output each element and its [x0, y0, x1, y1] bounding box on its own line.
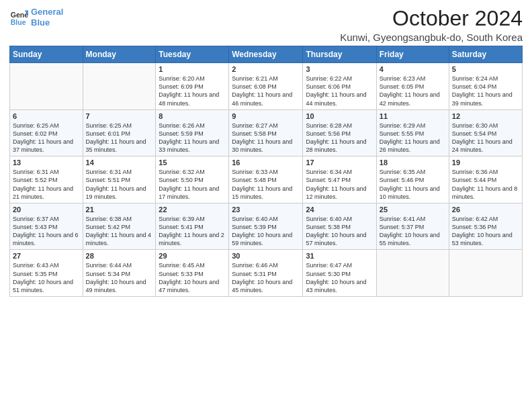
calendar-cell: 21Sunrise: 6:38 AMSunset: 5:42 PMDayligh… [83, 203, 156, 250]
calendar-cell: 24Sunrise: 6:40 AMSunset: 5:38 PMDayligh… [303, 203, 376, 250]
calendar-cell [83, 63, 156, 110]
calendar-cell: 1Sunrise: 6:20 AMSunset: 6:09 PMDaylight… [156, 63, 229, 110]
main-title: October 2024 [340, 7, 523, 30]
calendar-cell: 11Sunrise: 6:29 AMSunset: 5:55 PMDayligh… [376, 109, 449, 156]
day-number: 6 [13, 112, 80, 120]
day-number: 31 [306, 252, 373, 260]
day-info: Sunrise: 6:25 AMSunset: 6:01 PMDaylight:… [86, 122, 153, 154]
day-number: 21 [86, 205, 153, 214]
calendar-cell: 17Sunrise: 6:34 AMSunset: 5:47 PMDayligh… [303, 156, 376, 203]
page: General Blue GeneralBlue October 2024 Ku… [0, 0, 532, 411]
day-number: 22 [159, 205, 226, 214]
calendar-cell: 9Sunrise: 6:27 AMSunset: 5:58 PMDaylight… [229, 109, 303, 156]
day-number: 9 [232, 112, 300, 120]
day-number: 18 [380, 158, 446, 167]
day-info: Sunrise: 6:45 AMSunset: 5:33 PMDaylight:… [159, 261, 226, 294]
calendar-week-2: 6Sunrise: 6:25 AMSunset: 6:02 PMDaylight… [10, 109, 523, 156]
day-info: Sunrise: 6:43 AMSunset: 5:35 PMDaylight:… [13, 261, 80, 294]
calendar-table: SundayMondayTuesdayWednesdayThursdayFrid… [9, 46, 523, 297]
day-info: Sunrise: 6:41 AMSunset: 5:37 PMDaylight:… [380, 215, 446, 248]
day-info: Sunrise: 6:31 AMSunset: 5:52 PMDaylight:… [13, 168, 80, 201]
day-number: 4 [380, 65, 446, 73]
calendar-cell: 13Sunrise: 6:31 AMSunset: 5:52 PMDayligh… [10, 156, 83, 203]
day-number: 17 [306, 158, 373, 167]
day-number: 12 [452, 112, 519, 120]
day-number: 8 [159, 112, 226, 120]
day-number: 26 [452, 205, 519, 214]
calendar-cell: 7Sunrise: 6:25 AMSunset: 6:01 PMDaylight… [83, 109, 156, 156]
calendar-week-4: 20Sunrise: 6:37 AMSunset: 5:43 PMDayligh… [10, 203, 523, 250]
calendar-cell: 31Sunrise: 6:47 AMSunset: 5:30 PMDayligh… [303, 250, 376, 297]
day-info: Sunrise: 6:33 AMSunset: 5:48 PMDaylight:… [232, 168, 300, 201]
day-number: 24 [306, 205, 373, 214]
logo-text: GeneralBlue [31, 7, 63, 28]
day-number: 11 [380, 112, 446, 120]
calendar-cell: 18Sunrise: 6:35 AMSunset: 5:46 PMDayligh… [376, 156, 449, 203]
calendar-cell: 25Sunrise: 6:41 AMSunset: 5:37 PMDayligh… [376, 203, 449, 250]
day-info: Sunrise: 6:37 AMSunset: 5:43 PMDaylight:… [13, 215, 80, 248]
day-number: 7 [86, 112, 153, 120]
day-number: 15 [159, 158, 226, 167]
day-info: Sunrise: 6:28 AMSunset: 5:56 PMDaylight:… [306, 122, 373, 154]
calendar-cell: 3Sunrise: 6:22 AMSunset: 6:06 PMDaylight… [303, 63, 376, 110]
day-number: 29 [159, 252, 226, 260]
logo-icon: General Blue [9, 8, 28, 27]
calendar-cell: 30Sunrise: 6:46 AMSunset: 5:31 PMDayligh… [229, 250, 303, 297]
day-number: 10 [306, 112, 373, 120]
day-number: 19 [452, 158, 519, 167]
day-info: Sunrise: 6:40 AMSunset: 5:39 PMDaylight:… [232, 215, 300, 248]
day-info: Sunrise: 6:25 AMSunset: 6:02 PMDaylight:… [13, 122, 80, 154]
day-info: Sunrise: 6:23 AMSunset: 6:05 PMDaylight:… [380, 75, 446, 107]
title-block: October 2024 Kunwi, Gyeongsangbuk-do, So… [340, 7, 523, 43]
calendar-cell [449, 250, 522, 297]
calendar-cell: 12Sunrise: 6:30 AMSunset: 5:54 PMDayligh… [449, 109, 522, 156]
subtitle: Kunwi, Gyeongsangbuk-do, South Korea [340, 32, 523, 43]
day-info: Sunrise: 6:35 AMSunset: 5:46 PMDaylight:… [380, 168, 446, 201]
day-info: Sunrise: 6:24 AMSunset: 6:04 PMDaylight:… [452, 75, 519, 107]
day-info: Sunrise: 6:32 AMSunset: 5:50 PMDaylight:… [159, 168, 226, 201]
weekday-header-wednesday: Wednesday [229, 46, 303, 63]
day-info: Sunrise: 6:36 AMSunset: 5:44 PMDaylight:… [452, 168, 519, 201]
day-info: Sunrise: 6:47 AMSunset: 5:30 PMDaylight:… [306, 261, 373, 294]
calendar-cell: 20Sunrise: 6:37 AMSunset: 5:43 PMDayligh… [10, 203, 83, 250]
day-info: Sunrise: 6:31 AMSunset: 5:51 PMDaylight:… [86, 168, 153, 201]
calendar-week-1: 1Sunrise: 6:20 AMSunset: 6:09 PMDaylight… [10, 63, 523, 110]
day-info: Sunrise: 6:26 AMSunset: 5:59 PMDaylight:… [159, 122, 226, 154]
day-info: Sunrise: 6:29 AMSunset: 5:55 PMDaylight:… [380, 122, 446, 154]
weekday-header-thursday: Thursday [303, 46, 376, 63]
day-number: 28 [86, 252, 153, 260]
day-number: 13 [13, 158, 80, 167]
day-info: Sunrise: 6:38 AMSunset: 5:42 PMDaylight:… [86, 215, 153, 248]
day-info: Sunrise: 6:27 AMSunset: 5:58 PMDaylight:… [232, 122, 300, 154]
day-number: 30 [232, 252, 300, 260]
calendar-cell: 27Sunrise: 6:43 AMSunset: 5:35 PMDayligh… [10, 250, 83, 297]
day-info: Sunrise: 6:22 AMSunset: 6:06 PMDaylight:… [306, 75, 373, 107]
day-info: Sunrise: 6:21 AMSunset: 6:08 PMDaylight:… [232, 75, 300, 107]
day-number: 23 [232, 205, 300, 214]
calendar-week-5: 27Sunrise: 6:43 AMSunset: 5:35 PMDayligh… [10, 250, 523, 297]
calendar-week-3: 13Sunrise: 6:31 AMSunset: 5:52 PMDayligh… [10, 156, 523, 203]
day-number: 20 [13, 205, 80, 214]
weekday-header-saturday: Saturday [449, 46, 522, 63]
calendar-cell: 15Sunrise: 6:32 AMSunset: 5:50 PMDayligh… [156, 156, 229, 203]
day-number: 1 [159, 65, 226, 73]
day-info: Sunrise: 6:44 AMSunset: 5:34 PMDaylight:… [86, 261, 153, 294]
calendar-cell: 8Sunrise: 6:26 AMSunset: 5:59 PMDaylight… [156, 109, 229, 156]
day-info: Sunrise: 6:40 AMSunset: 5:38 PMDaylight:… [306, 215, 373, 248]
day-number: 16 [232, 158, 300, 167]
calendar-cell: 16Sunrise: 6:33 AMSunset: 5:48 PMDayligh… [229, 156, 303, 203]
header: General Blue GeneralBlue October 2024 Ku… [9, 7, 523, 43]
calendar-cell: 29Sunrise: 6:45 AMSunset: 5:33 PMDayligh… [156, 250, 229, 297]
weekday-header-monday: Monday [83, 46, 156, 63]
day-number: 25 [380, 205, 446, 214]
calendar-header-row: SundayMondayTuesdayWednesdayThursdayFrid… [10, 46, 523, 63]
calendar-cell: 26Sunrise: 6:42 AMSunset: 5:36 PMDayligh… [449, 203, 522, 250]
day-info: Sunrise: 6:39 AMSunset: 5:41 PMDaylight:… [159, 215, 226, 248]
day-number: 3 [306, 65, 373, 73]
day-info: Sunrise: 6:42 AMSunset: 5:36 PMDaylight:… [452, 215, 519, 248]
day-number: 14 [86, 158, 153, 167]
weekday-header-sunday: Sunday [10, 46, 83, 63]
calendar-cell: 28Sunrise: 6:44 AMSunset: 5:34 PMDayligh… [83, 250, 156, 297]
calendar-cell: 2Sunrise: 6:21 AMSunset: 6:08 PMDaylight… [229, 63, 303, 110]
calendar-cell: 14Sunrise: 6:31 AMSunset: 5:51 PMDayligh… [83, 156, 156, 203]
